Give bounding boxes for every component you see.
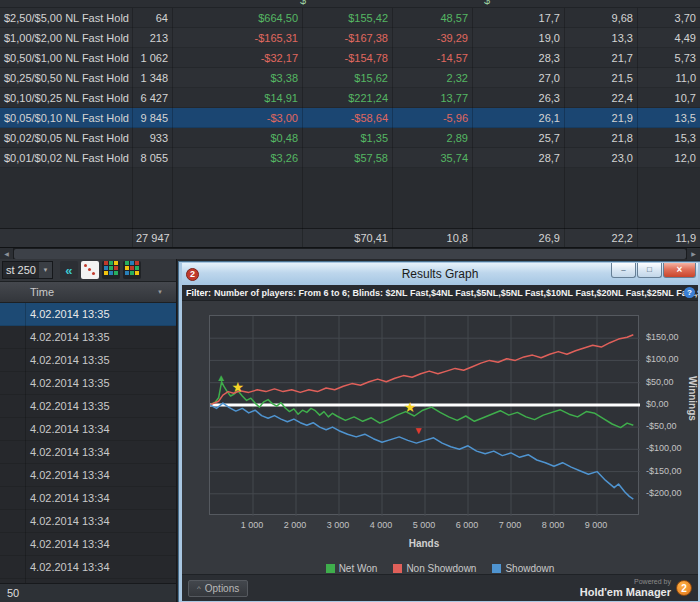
cell-amt2: $221,24 — [302, 88, 392, 108]
cell-stat1: 28,3 — [472, 48, 564, 68]
y-tick-label: -$100,00 — [646, 443, 682, 453]
time-row[interactable]: 4.02.2014 13:34 — [0, 441, 176, 464]
cell-stake: $0,10/$0,25 NL Fast Hold — [0, 88, 132, 108]
powered-by-block: Powered by Hold'em Manager 2 — [580, 578, 692, 598]
window-controls: – □ × — [610, 263, 696, 278]
time-column-header[interactable]: Time ▼ — [0, 282, 176, 303]
cell-amt2: -$154,78 — [302, 48, 392, 68]
clipped-text: $ — [300, 0, 306, 6]
scroll-right-icon[interactable]: ▶ — [687, 248, 700, 260]
y-tick-label: $50,00 — [646, 377, 674, 387]
legend-swatch — [326, 564, 335, 573]
cell-stat1: 28,7 — [472, 148, 564, 168]
cell-stat2: 23,0 — [564, 148, 637, 168]
minimize-button[interactable]: – — [611, 263, 636, 278]
time-row[interactable]: 4.02.2014 13:35 — [0, 395, 176, 418]
column-separator — [637, 8, 638, 247]
options-button[interactable]: ^ Options — [188, 580, 248, 597]
cell-stat3: 13,5 — [637, 108, 700, 128]
cell-bb100: -5,96 — [392, 108, 472, 128]
cell-stake: $1,00/$2,00 NL Fast Hold — [0, 28, 132, 48]
summary-hands: 27 947 — [132, 229, 172, 247]
x-tick-label: 6 000 — [456, 520, 479, 530]
scrollbar-thumb[interactable] — [14, 249, 686, 259]
time-row[interactable]: 4.02.2014 13:34 — [0, 556, 176, 579]
y-tick-label: $0,00 — [646, 399, 669, 409]
table-row[interactable]: $0,05/$0,10 NL Fast Hold9 845-$3,00-$58,… — [0, 108, 700, 128]
cell-stat3: 4,49 — [637, 28, 700, 48]
close-button[interactable]: × — [663, 263, 696, 278]
hands-count-combobox[interactable]: st 250 ▼ — [2, 261, 53, 279]
results-chart: ▲★★▼ Hands Winnings 1 0002 0003 0004 000… — [182, 301, 698, 559]
legend-label: Non Showdown — [406, 563, 476, 574]
filter-help-icon[interactable]: ? — [684, 287, 695, 298]
hands-list-panel: st 250 ▼ « Time ▼ 4.02.2014 13:354.02.20… — [0, 259, 177, 602]
cell-hands: 933 — [132, 128, 172, 148]
hm2-main-screen: $$ $2,50/$5,00 NL Fast Hold64$664,50$155… — [0, 0, 700, 602]
table-row[interactable]: $0,25/$0,50 NL Fast Hold1 348$3,38$15,62… — [0, 68, 700, 88]
table-row[interactable]: $0,50/$1,00 NL Fast Hold1 062-$32,17-$15… — [0, 48, 700, 68]
cell-stat3: 3,70 — [637, 8, 700, 28]
column-filter-icon[interactable]: ▼ — [157, 282, 163, 303]
cell-stat2: 13,3 — [564, 28, 637, 48]
legend-item[interactable]: Showdown — [492, 563, 554, 574]
filter-bar: Filter:Number of players: From 6 to 6; B… — [182, 285, 698, 301]
series-non-showdown — [210, 335, 633, 405]
cell-amt2: $155,42 — [302, 8, 392, 28]
table-row[interactable]: $2,50/$5,00 NL Fast Hold64$664,50$155,42… — [0, 8, 700, 28]
time-row[interactable]: 4.02.2014 13:34 — [0, 418, 176, 441]
table-row[interactable]: $1,00/$2,00 NL Fast Hold213-$165,31-$167… — [0, 28, 700, 48]
dice-icon[interactable] — [81, 261, 99, 279]
cell-bb100: 2,32 — [392, 68, 472, 88]
table-summary-row: 27 947$70,4110,826,922,211,9 — [0, 228, 700, 247]
cell-hands: 213 — [132, 28, 172, 48]
cell-bb100: 35,74 — [392, 148, 472, 168]
options-label: Options — [205, 583, 239, 594]
cell-stat2: 21,5 — [564, 68, 637, 88]
window-titlebar[interactable]: 2 Results Graph – □ × — [182, 263, 698, 285]
summary-stat3: 11,9 — [637, 229, 700, 247]
time-row[interactable]: 4.02.2014 13:34 — [0, 464, 176, 487]
cell-hands: 64 — [132, 8, 172, 28]
cell-stake: $0,50/$1,00 NL Fast Hold — [0, 48, 132, 68]
stats-table: $$ $2,50/$5,00 NL Fast Hold64$664,50$155… — [0, 0, 700, 259]
cell-amt2: $15,62 — [302, 68, 392, 88]
maximize-button[interactable]: □ — [637, 263, 662, 278]
legend-item[interactable]: Net Won — [326, 563, 378, 574]
summary-amt2: $70,41 — [302, 229, 392, 247]
cell-amt1: $3,26 — [172, 148, 302, 168]
rate-grid-icon-2[interactable] — [123, 261, 141, 279]
rate-grid-icon[interactable] — [102, 261, 120, 279]
time-row[interactable]: 4.02.2014 13:34 — [0, 510, 176, 533]
cell-amt1: $3,38 — [172, 68, 302, 88]
time-row[interactable]: 4.02.2014 13:34 — [0, 533, 176, 556]
column-separator — [132, 8, 133, 247]
column-separator — [564, 8, 565, 247]
cell-stake: $2,50/$5,00 NL Fast Hold — [0, 8, 132, 28]
brand-name: Hold'em Manager — [580, 586, 671, 598]
horizontal-scrollbar[interactable]: ◀ ▶ — [0, 247, 700, 259]
chevron-down-icon[interactable]: ▼ — [39, 262, 52, 278]
time-row[interactable]: 4.02.2014 13:35 — [0, 326, 176, 349]
toolbar-icons: « — [60, 261, 141, 279]
left-status-bar: 50 — [0, 583, 176, 602]
cell-amt1: -$165,31 — [172, 28, 302, 48]
chart-marker-icon: ▼ — [414, 425, 424, 436]
legend-item[interactable]: Non Showdown — [393, 563, 476, 574]
legend-swatch — [492, 564, 501, 573]
time-row[interactable]: 4.02.2014 13:35 — [0, 349, 176, 372]
x-tick-label: 2 000 — [284, 520, 307, 530]
table-row[interactable]: $0,02/$0,05 NL Fast Hold933$0,48$1,352,8… — [0, 128, 700, 148]
time-row[interactable]: 4.02.2014 13:35 — [0, 303, 176, 326]
cell-hands: 1 062 — [132, 48, 172, 68]
table-row[interactable]: $0,01/$0,02 NL Fast Hold8 055$3,26$57,58… — [0, 148, 700, 168]
table-row[interactable]: $0,10/$0,25 NL Fast Hold6 427$14,91$221,… — [0, 88, 700, 108]
time-row[interactable]: 4.02.2014 13:34 — [0, 487, 176, 510]
hands-toolbar: st 250 ▼ « — [0, 259, 176, 282]
x-tick-label: 8 000 — [542, 520, 565, 530]
window-body: Filter:Number of players: From 6 to 6; B… — [182, 285, 698, 601]
cell-stake: $0,25/$0,50 NL Fast Hold — [0, 68, 132, 88]
replay-icon[interactable]: « — [60, 261, 78, 279]
cell-stat1: 17,7 — [472, 8, 564, 28]
time-row[interactable]: 4.02.2014 13:35 — [0, 372, 176, 395]
